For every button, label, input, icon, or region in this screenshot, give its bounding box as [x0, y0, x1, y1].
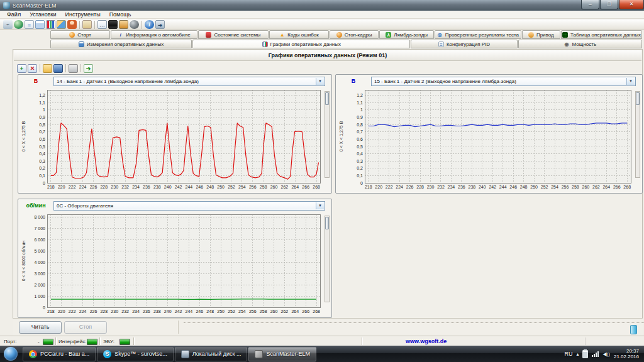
tray-expand-icon[interactable]: ▴: [576, 351, 579, 357]
chart-icon[interactable]: [46, 20, 55, 29]
toolbar-separator: [40, 64, 40, 72]
monitor-icon[interactable]: [108, 20, 118, 29]
image-icon[interactable]: [57, 20, 66, 29]
page-icon[interactable]: ≡: [25, 20, 34, 29]
svg-text:238: 238: [153, 309, 161, 314]
globe2-icon[interactable]: [130, 20, 139, 29]
battery-icon[interactable]: [582, 350, 588, 358]
svg-text:228: 228: [100, 185, 108, 189]
table-green-icon: [562, 32, 568, 38]
maximize-button[interactable]: ❐: [600, 0, 618, 9]
svg-text:0,5: 0,5: [357, 145, 363, 149]
page-title: Графики оперативных данных (Режим 01): [14, 50, 641, 61]
port-status-led: [43, 339, 53, 345]
svg-text:222: 222: [69, 185, 76, 189]
pid-select[interactable]: 0C - Обороты двигателя ▼: [53, 201, 325, 211]
svg-text:242: 242: [175, 309, 182, 314]
battery-icon[interactable]: [119, 20, 128, 29]
volume-icon[interactable]: ◀)): [602, 351, 609, 357]
read-button[interactable]: Читать: [19, 321, 62, 334]
taskbar-app-skype[interactable]: SSkype™ - surovtse...: [97, 347, 174, 361]
slider-thumb[interactable]: [630, 325, 637, 334]
start-button[interactable]: [4, 347, 18, 361]
export-icon[interactable]: ➔: [84, 64, 93, 73]
menu-item-2[interactable]: Установки: [25, 11, 60, 18]
stop-button[interactable]: Стоп: [64, 321, 107, 334]
tab-label: Конфигурация PID: [447, 41, 490, 47]
tab-power[interactable]: ◉Мощность: [518, 40, 642, 48]
tab-lambda[interactable]: λЛямбда-зонды: [379, 30, 434, 39]
taskbar-app-explorer[interactable]: Локальный диск ...: [175, 347, 248, 361]
taskbar-app-scanmaster[interactable]: ScanMaster-ELM: [248, 347, 316, 361]
close-button[interactable]: ✕: [619, 0, 644, 9]
chevron-down-icon[interactable]: ▼: [316, 78, 324, 85]
chevron-down-icon[interactable]: ▼: [316, 202, 324, 209]
pid-select-value: 0C - Обороты двигателя: [57, 203, 113, 209]
chrome-icon: [29, 350, 37, 358]
chat-icon[interactable]: …: [97, 20, 107, 29]
svg-text:0,8: 0,8: [39, 123, 45, 127]
open-icon[interactable]: [43, 64, 52, 73]
info-icon[interactable]: i: [145, 20, 154, 29]
tab-graphs[interactable]: Графики оперативных данных: [192, 40, 410, 48]
taskbar-app-chrome[interactable]: PCCar.ru - Ваш а...: [23, 347, 96, 361]
svg-text:262: 262: [281, 309, 289, 314]
explorer-icon: [181, 350, 189, 358]
tab-results[interactable]: ◎Проверенные результаты теста: [435, 30, 521, 39]
table-icon[interactable]: [35, 20, 45, 29]
clipboard-icon[interactable]: [82, 20, 92, 29]
playback-slider[interactable]: [178, 321, 644, 334]
tab-table-green[interactable]: Таблица оперативных данных: [561, 30, 642, 39]
tab-start[interactable]: Старт: [50, 30, 110, 39]
svg-text:0 < X < 1,275 В: 0 < X < 1,275 В: [21, 121, 26, 151]
svg-text:246: 246: [196, 185, 203, 189]
language-indicator[interactable]: RU: [564, 351, 572, 357]
pid-select[interactable]: 15 - Банк 1 - Датчик 2 (Выходное напряже…: [371, 77, 636, 86]
tab-table-blue[interactable]: Измерения оперативных данных: [50, 40, 192, 48]
minimize-button[interactable]: –: [581, 0, 599, 9]
globe-icon[interactable]: [14, 20, 23, 29]
website-link[interactable]: www.wgsoft.de: [406, 338, 447, 344]
tab-info[interactable]: iИнформация о автомобиле: [111, 30, 197, 39]
chart-vscrollbar[interactable]: [635, 91, 640, 178]
chart-vscrollbar[interactable]: [325, 216, 330, 302]
tab-system[interactable]: Состояние системы: [198, 30, 269, 39]
connect-icon[interactable]: ⌁: [3, 20, 13, 29]
menu-item-4[interactable]: Помощь: [105, 11, 136, 18]
chevron-down-icon[interactable]: ▼: [626, 78, 635, 85]
lambda-b1s1-chart: 00,10,20,30,40,50,60,70,80,911,11,221822…: [19, 87, 323, 192]
network-icon[interactable]: [592, 351, 599, 357]
exit-icon[interactable]: ➜: [155, 20, 165, 29]
tab-label: Графики оперативных данных: [270, 41, 341, 47]
chart-vscrollbar[interactable]: [325, 91, 330, 178]
tab-pid[interactable]: ≡Конфигурация PID: [411, 40, 517, 48]
menu-item-3[interactable]: Инструменты: [61, 11, 105, 18]
print-icon[interactable]: [69, 64, 78, 73]
tab-row-2: Измерения оперативных данныхГрафики опер…: [50, 40, 643, 48]
ecu-status-led: [119, 339, 130, 345]
tab-label: Привод: [536, 32, 554, 38]
pid-select[interactable]: 14 - Банк 1 - Датчик 1 (Выходное напряже…: [53, 77, 325, 86]
clock[interactable]: 20:37 21.02.2016: [614, 348, 639, 359]
user-icon[interactable]: [67, 20, 77, 29]
save-icon[interactable]: [53, 64, 63, 73]
info-icon: i: [118, 32, 123, 38]
svg-text:266: 266: [613, 185, 621, 189]
svg-text:258: 258: [260, 309, 267, 314]
menu-item-1[interactable]: Файл: [3, 11, 25, 18]
tab-actuator[interactable]: Привод: [522, 30, 560, 39]
add-icon[interactable]: +: [17, 64, 26, 73]
svg-text:262: 262: [592, 185, 600, 189]
taskbar-app-label: ScanMaster-ELM: [266, 351, 310, 357]
remove-icon[interactable]: ✕: [28, 64, 37, 73]
svg-text:250: 250: [530, 185, 538, 189]
svg-text:236: 236: [143, 309, 150, 314]
tray-date: 21.02.2016: [614, 354, 639, 359]
chart-panel-lambda-bank1-sensor1: В 14 - Банк 1 - Датчик 1 (Выходное напря…: [18, 74, 332, 194]
svg-text:1: 1: [43, 107, 45, 112]
slider-track: [184, 322, 644, 323]
tab-warning[interactable]: ▲Коды ошибок: [269, 30, 329, 39]
tab-freeze[interactable]: Стоп-кадры: [330, 30, 379, 39]
svg-text:258: 258: [260, 185, 267, 189]
svg-text:264: 264: [602, 185, 610, 189]
